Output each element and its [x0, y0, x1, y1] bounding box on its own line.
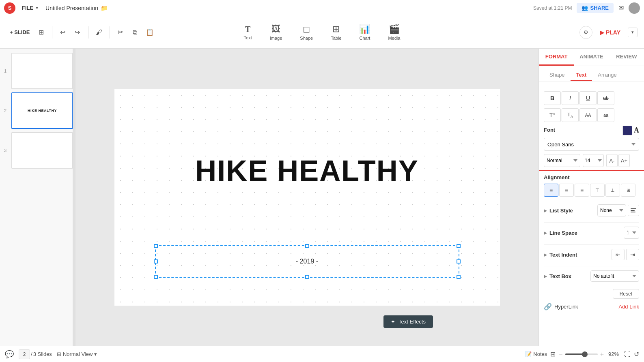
share-button[interactable]: 👥 SHARE [577, 3, 614, 13]
zoom-out-button[interactable]: − [559, 351, 562, 358]
bold-button[interactable]: B [544, 91, 561, 105]
italic-button[interactable]: I [562, 91, 579, 105]
font-style-select[interactable]: Normal Bold Italic [544, 154, 580, 167]
handle-bm[interactable] [305, 275, 309, 279]
paint-button[interactable]: 🖌 [93, 26, 106, 39]
undo-button[interactable]: ↩ [56, 26, 69, 39]
grid-display-icon[interactable]: ⊞ [550, 350, 556, 358]
align-bottom-button[interactable]: ⊞ [621, 184, 635, 197]
underline-button[interactable]: U [579, 91, 597, 105]
add-slide-label: + SLIDE [10, 29, 30, 35]
slide-main-title[interactable]: HIKE HEALTHY [114, 154, 500, 187]
slide-num-3: 3 [4, 148, 6, 153]
list-style-header[interactable]: ▶ List Style None Bullet Numbered [544, 200, 639, 221]
slide-thumb-2[interactable]: 2 HIKE HEALTHY [11, 92, 69, 129]
align-right-button[interactable]: ≡ [575, 184, 589, 197]
refresh-icon[interactable]: ↺ [634, 350, 639, 358]
play-button[interactable]: ▶ PLAY [596, 27, 625, 38]
alignment-label: Alignment [544, 174, 639, 180]
media-tool[interactable]: 🎬 Media [384, 21, 404, 43]
list-style-select[interactable]: None Bullet Numbered [597, 204, 626, 216]
align-middle-button[interactable]: ⊥ [605, 184, 620, 197]
text-box-content[interactable]: - 2019 - [156, 246, 459, 277]
uppercase-button[interactable]: AA [579, 108, 597, 122]
fullscreen-icon[interactable]: ⛶ [624, 351, 631, 358]
handle-tl[interactable] [154, 244, 158, 248]
line-space-header[interactable]: ▶ Line Space 1 1.15 1.5 2 [544, 223, 639, 243]
share-icon: 👥 [582, 5, 588, 11]
paste-button[interactable]: 📋 [143, 26, 156, 39]
font-color-box[interactable] [622, 126, 632, 135]
subscript-button[interactable]: TA [562, 108, 579, 122]
zoom-in-button[interactable]: + [600, 351, 604, 358]
list-style-label: List Style [549, 208, 573, 214]
notification-icon[interactable]: ✉ [618, 4, 624, 12]
strikethrough-button[interactable]: ab [597, 91, 614, 105]
font-color-a[interactable]: A [634, 126, 639, 135]
slide-thumb-inner-2: HIKE HEALTHY [11, 92, 73, 129]
font-decrease-button[interactable]: A- [606, 154, 618, 167]
add-slide-button[interactable]: + SLIDE [6, 28, 33, 37]
handle-bl[interactable] [154, 275, 158, 279]
text-effects-bar[interactable]: ✦ Text Effects [383, 315, 433, 328]
zoom-slider[interactable] [565, 353, 598, 355]
tab-animate[interactable]: ANIMATE [574, 49, 609, 66]
align-top-button[interactable]: ⊤ [590, 184, 605, 197]
slide-current[interactable]: 2 [19, 349, 30, 359]
notes-button[interactable]: 📝 Notes [525, 351, 547, 357]
settings-button[interactable]: ⚙ [579, 26, 592, 39]
toolbar-divider-2 [88, 26, 88, 39]
copy-button[interactable]: ⧉ [129, 26, 142, 39]
handle-tr[interactable] [457, 244, 461, 248]
font-family-select[interactable]: Open Sans Arial Times New Roman [544, 138, 639, 151]
slide-thumb-3[interactable]: 3 [11, 132, 69, 169]
grid-view-button[interactable]: ⊞ [35, 26, 48, 39]
share-label: SHARE [590, 5, 609, 11]
play-chevron[interactable]: ▾ [628, 28, 638, 37]
subtab-arrange[interactable]: Arrange [592, 69, 622, 81]
text-box-selected[interactable]: - 2019 - [155, 245, 459, 278]
indent-increase-button[interactable]: ⇥ [626, 249, 639, 260]
chart-tool[interactable]: 📊 Chart [355, 21, 374, 43]
subtab-text[interactable]: Text [571, 69, 592, 81]
chart-tool-icon: 📊 [359, 24, 370, 34]
text-box-header[interactable]: ▶ Text Box No autofit Shrink text on ove… [544, 266, 639, 286]
handle-tm[interactable] [305, 244, 309, 248]
text-box-select[interactable]: No autofit Shrink text on overflow Resiz… [590, 270, 639, 282]
handle-mr[interactable] [457, 259, 461, 263]
file-menu[interactable]: FILE ▼ [19, 4, 41, 12]
table-tool[interactable]: ⊞ Table [327, 21, 345, 43]
text-tool[interactable]: T Text [240, 22, 256, 43]
list-style-icon-btn[interactable] [628, 205, 639, 216]
slide-thumb-1[interactable]: 1 [11, 53, 69, 89]
align-left-button[interactable]: ≡ [544, 184, 558, 197]
redo-button[interactable]: ↪ [71, 26, 84, 39]
slide-thumb-inner-1 [11, 53, 73, 89]
top-bar: S FILE ▼ Untitled Presentation 📁 Saved a… [0, 0, 644, 16]
text-indent-header[interactable]: ▶ Text Indent ⇤ ⇥ [544, 245, 639, 264]
line-space-select[interactable]: 1 1.15 1.5 2 [624, 227, 639, 239]
slide-indicator: 2 / 3 Slides [19, 349, 52, 359]
subtitle-text: - 2019 - [296, 258, 318, 265]
presentation-title[interactable]: Untitled Presentation [45, 5, 98, 11]
tab-review[interactable]: REVIEW [609, 49, 644, 66]
superscript-button[interactable]: TA [544, 108, 561, 122]
image-tool[interactable]: 🖼 Image [266, 21, 286, 43]
handle-ml[interactable] [154, 259, 158, 263]
font-increase-button[interactable]: A+ [618, 154, 630, 167]
align-center-button[interactable]: ≡ [559, 184, 574, 197]
slide-canvas[interactable]: HIKE HEALTHY - 2019 - [114, 89, 500, 306]
add-link-button[interactable]: Add Link [618, 304, 639, 310]
indent-decrease-button[interactable]: ⇤ [612, 249, 625, 260]
cut-button[interactable]: ✂ [114, 26, 127, 39]
subtab-shape[interactable]: Shape [544, 69, 571, 81]
lowercase-button[interactable]: aa [597, 108, 614, 122]
tab-format[interactable]: FORMAT [539, 49, 574, 66]
font-size-select[interactable]: 14 12 16 18 [583, 154, 604, 167]
comment-icon[interactable]: 💬 [5, 350, 14, 359]
text-effects-icon: ✦ [391, 319, 395, 325]
view-mode[interactable]: ⊞ Normal View ▾ [57, 351, 97, 357]
shape-tool[interactable]: ◻ Shape [296, 21, 317, 43]
reset-button[interactable]: Reset [613, 289, 639, 299]
handle-br[interactable] [457, 275, 461, 279]
